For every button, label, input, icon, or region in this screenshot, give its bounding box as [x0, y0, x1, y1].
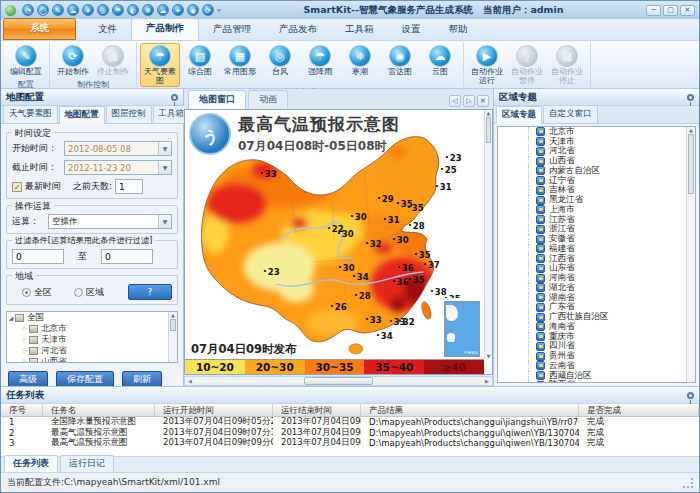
tree-expand-icon[interactable]: ◢: [7, 314, 15, 321]
window-control-button[interactable]: ✕: [680, 5, 695, 16]
province-item[interactable]: 河北省: [498, 147, 695, 157]
left-panel-tab[interactable]: 天气要素图: [3, 105, 58, 123]
province-item[interactable]: 西藏自治区: [498, 371, 695, 381]
quick-access-icon[interactable]: ⟳: [202, 4, 214, 16]
window-control-button[interactable]: ─: [646, 5, 661, 16]
quick-access-icon[interactable]: ◔: [22, 4, 34, 16]
filter-from-input[interactable]: [12, 249, 64, 264]
all-region-radio[interactable]: [22, 288, 31, 297]
column-header[interactable]: 运行开始时间: [155, 404, 273, 416]
ribbon-button[interactable]: ❄ 寒潮: [340, 43, 380, 79]
menu-item[interactable]: 产品发布: [265, 20, 331, 40]
tab-nav-button[interactable]: ▷: [463, 95, 475, 107]
province-item[interactable]: 黑龙江省: [498, 195, 695, 205]
province-item[interactable]: 浙江省: [498, 225, 695, 235]
quick-access-icon[interactable]: ☁: [67, 4, 79, 16]
province-item[interactable]: 山东省: [498, 264, 695, 274]
quick-access-icon[interactable]: ◎: [97, 4, 109, 16]
ribbon-button[interactable]: ◉ 雷达图: [380, 43, 420, 79]
footer-tab[interactable]: 运行日记: [60, 455, 114, 472]
ribbon-button[interactable]: ▶ 自动作业运行: [467, 43, 507, 87]
filter-to-input[interactable]: [101, 249, 153, 264]
menu-item[interactable]: 产品制作: [131, 18, 199, 40]
left-panel-tab[interactable]: 地图配置: [59, 106, 105, 124]
tree-item[interactable]: ⊹ 北京市: [7, 323, 177, 334]
map-vertical-scrollbar[interactable]: ▲▼: [484, 110, 492, 359]
province-item[interactable]: 河南省: [498, 273, 695, 283]
province-item[interactable]: 湖北省: [498, 283, 695, 293]
pin-icon[interactable]: [687, 392, 694, 399]
province-item[interactable]: 广西壮族自治区: [498, 312, 695, 322]
quick-access-icon[interactable]: ❄: [142, 4, 154, 16]
province-item[interactable]: 内蒙古自治区: [498, 166, 695, 176]
column-header[interactable]: 运行结束时间: [273, 404, 361, 416]
region-help-button[interactable]: ?: [128, 284, 172, 300]
ribbon-button[interactable]: ✎ 编辑配置: [6, 43, 46, 79]
province-item[interactable]: 江西省: [498, 254, 695, 264]
menu-item[interactable]: 帮助: [435, 20, 482, 40]
province-item[interactable]: 上海市: [498, 205, 695, 215]
column-header[interactable]: 任务名: [43, 404, 155, 416]
ribbon-button[interactable]: ■ 自动作业停止: [547, 43, 587, 87]
tab-nav-button[interactable]: ◁: [449, 95, 461, 107]
ribbon-button[interactable]: ☂ 天气要素图: [140, 43, 180, 87]
province-item[interactable]: 福建省: [498, 244, 695, 254]
ribbon-button[interactable]: ▦ 常用图形: [220, 43, 260, 79]
menu-item[interactable]: 产品管理: [199, 20, 265, 40]
window-control-button[interactable]: ▢: [663, 5, 678, 16]
column-header[interactable]: 是否完成: [579, 404, 699, 416]
province-item[interactable]: 北京市: [498, 127, 695, 137]
province-item[interactable]: 贵州省: [498, 351, 695, 361]
column-header[interactable]: 产品结果: [361, 404, 579, 416]
province-item[interactable]: 重庆市: [498, 332, 695, 342]
menu-item[interactable]: 系统: [3, 18, 76, 40]
province-item[interactable]: 云南省: [498, 361, 695, 371]
region-tree[interactable]: ◢ 全国 ⊹ 北京市 ⊹ 天津市 ⊹: [6, 311, 178, 363]
menu-item[interactable]: 设置: [388, 20, 435, 40]
quick-access-icon[interactable]: ◉: [187, 4, 199, 16]
right-panel-tab[interactable]: 区域专题: [496, 106, 542, 124]
menu-item[interactable]: 文件: [84, 20, 131, 40]
quick-access-icon[interactable]: ✎: [52, 4, 64, 16]
ribbon-button[interactable]: ⟳ 开始制作: [53, 43, 93, 79]
quick-access-icon[interactable]: ☀: [82, 4, 94, 16]
pin-icon[interactable]: [171, 94, 178, 101]
quick-access-icon[interactable]: ☂: [112, 4, 124, 16]
quick-access-icon[interactable]: ◯: [37, 4, 49, 16]
pin-icon[interactable]: [687, 94, 694, 101]
ribbon-button[interactable]: ■ 停止制作: [93, 43, 133, 79]
action-button[interactable]: 高级: [8, 371, 48, 386]
operation-select[interactable]: 空操作 ▼: [48, 214, 172, 229]
province-item[interactable]: 吉林省: [498, 186, 695, 196]
province-item[interactable]: 辽宁省: [498, 176, 695, 186]
resize-grip[interactable]: [683, 478, 693, 488]
province-list-scrollbar[interactable]: ▲: [686, 127, 695, 382]
province-item[interactable]: 安徽省: [498, 234, 695, 244]
ribbon-button[interactable]: ▧ 综合图: [180, 43, 220, 79]
tree-item[interactable]: ⊹ 天津市: [7, 334, 177, 345]
tree-scrollbar[interactable]: ▲: [168, 312, 177, 362]
document-tab[interactable]: 地图窗口: [188, 90, 246, 109]
province-item[interactable]: 天津市: [498, 137, 695, 147]
column-header[interactable]: 序号: [1, 404, 43, 416]
province-item[interactable]: 江苏省: [498, 215, 695, 225]
end-time-select[interactable]: 2012-11-23 20 ▼: [64, 160, 172, 175]
province-item[interactable]: 湖南省: [498, 293, 695, 303]
tree-item[interactable]: ⊹ 山西省: [7, 356, 177, 363]
document-tab[interactable]: 动画: [248, 90, 288, 109]
footer-tab[interactable]: 任务列表: [4, 455, 58, 472]
tree-root-item[interactable]: ◢ 全国: [7, 312, 177, 323]
quick-access-icon[interactable]: ✦: [172, 4, 184, 16]
task-row[interactable]: 3最高气温预报示意图2013年07月04日09时09分07秒 2013年07月0…: [1, 438, 699, 449]
quick-access-icon[interactable]: ◐: [127, 4, 139, 16]
right-panel-tab[interactable]: 自定义窗口: [543, 105, 598, 123]
ribbon-button[interactable]: ◎ 台风: [260, 43, 300, 79]
days-before-input[interactable]: [115, 179, 143, 194]
ribbon-button[interactable]: ‖ 自动作业暂停: [507, 43, 547, 87]
ribbon-button[interactable]: ☂ 强降雨: [300, 43, 340, 79]
sub-region-radio[interactable]: [74, 288, 83, 297]
action-button[interactable]: 保存配置: [56, 371, 114, 386]
latest-time-checkbox[interactable]: ✓: [12, 182, 22, 192]
quick-access-icon[interactable]: ☁: [157, 4, 169, 16]
ribbon-button[interactable]: ☁ 云图: [420, 43, 460, 79]
